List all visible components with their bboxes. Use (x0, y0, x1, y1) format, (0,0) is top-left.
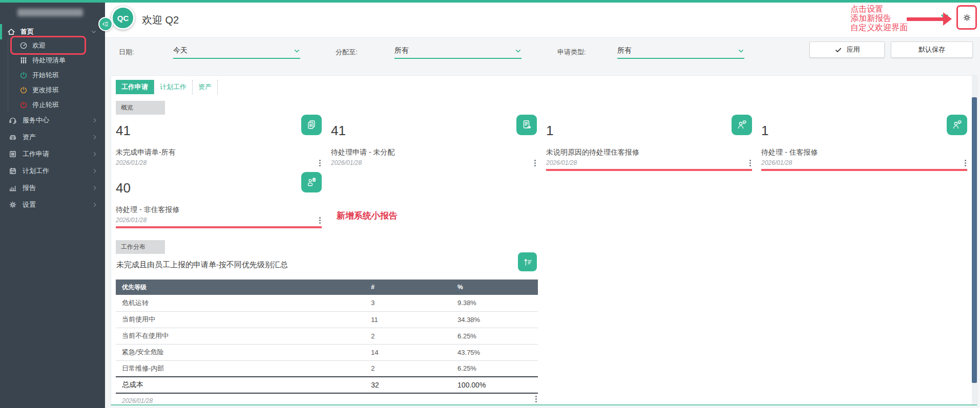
annotation-line: 自定义欢迎界面 (850, 23, 908, 32)
tab-bar: 工作申请计划工作资产 (116, 80, 218, 94)
filter-bar: 日期: 今天 分配至: 所有 申请类型: 所有 应用 默认保存 (105, 38, 980, 78)
sidebar-menu: 服务中心 资产 工作申请 计划工作 报告 设置 (0, 112, 105, 213)
save-default-label: 默认保存 (919, 45, 945, 54)
kpi-label: 待处理 - 住客报修 (761, 147, 967, 157)
sidebar-item-label: 服务中心 (23, 116, 49, 125)
chevron-right-icon (92, 185, 98, 191)
header: QC 欢迎 Q2 点击设置 添加新报告 自定义欢迎界面 (105, 3, 980, 38)
collapse-menu-icon (102, 20, 109, 28)
sidebar-item-label: 计划工作 (23, 166, 49, 176)
tab-2[interactable]: 资产 (193, 80, 218, 94)
table-date: 2026/01/28 (122, 397, 153, 404)
sort-button[interactable] (518, 252, 537, 271)
kpi-date: 2026/01/28 (331, 159, 362, 166)
home-submenu: 欢迎 待处理清单 开始轮班 更改排班 停止轮班 (8, 38, 105, 112)
col-percent: % (451, 280, 538, 295)
kpi-label: 未完成申请单-所有 (116, 147, 322, 157)
check-icon (835, 46, 842, 54)
apply-button[interactable]: 应用 (809, 41, 885, 58)
tab-0[interactable]: 工作申请 (116, 80, 154, 94)
dashboard-panel: 工作申请计划工作资产 概览 41 未完成申请单-所有 2026/01/28 41… (111, 75, 977, 405)
assigned-filter-value: 所有 (394, 46, 409, 55)
kpi-cards: 41 未完成申请单-所有 2026/01/28 41 待处理申请 - 未分配 2… (116, 115, 976, 228)
avatar[interactable]: QC (111, 6, 135, 30)
save-default-button[interactable]: 默认保存 (891, 41, 973, 58)
table-menu-dots[interactable] (535, 398, 537, 400)
chevron-right-icon (92, 134, 98, 140)
settings-gear-icon[interactable] (963, 13, 971, 22)
card-menu-dots[interactable] (965, 162, 966, 164)
sidebar-subitem-1[interactable]: 待处理清单 (8, 53, 105, 68)
sort-icon (523, 257, 533, 267)
table-header-row: 优先等级 # % (116, 280, 538, 295)
sidebar-subitem-label: 待处理清单 (32, 56, 66, 65)
sidebar-subitem-label: 停止轮班 (32, 100, 59, 110)
date-filter-select[interactable]: 今天 (173, 44, 300, 59)
apply-button-label: 应用 (847, 45, 860, 54)
tab-1[interactable]: 计划工作 (154, 80, 193, 94)
kpi-card-3[interactable]: 1 待处理 - 住客报修 2026/01/28 (761, 115, 967, 171)
chevron-right-icon (92, 117, 98, 123)
table-row: 总成本 32 100.00% (116, 377, 538, 393)
chevron-right-icon (92, 202, 98, 208)
home-icon (7, 28, 15, 36)
sidebar-item-4[interactable]: 报告 (0, 179, 105, 196)
annotation-line: 添加新报告 (850, 14, 908, 23)
sidebar-item-home[interactable]: 首页 (0, 24, 105, 39)
card-menu-dots[interactable] (319, 220, 321, 221)
col-count: # (365, 280, 451, 295)
kpi-date: 2026/01/28 (116, 159, 147, 166)
kpi-label: 未说明原因的待处理住客报修 (546, 147, 752, 157)
kpi-card-4[interactable]: 40 待处理 - 非住客报修 2026/01/28 (116, 172, 322, 228)
kpi-value: 40 (116, 180, 131, 200)
card-menu-dots[interactable] (534, 162, 536, 164)
work-request-icon (9, 150, 17, 158)
sidebar-item-1[interactable]: 资产 (0, 128, 105, 145)
kpi-value: 41 (116, 123, 131, 142)
sidebar-item-0[interactable]: 服务中心 (0, 112, 105, 128)
sidebar-item-5[interactable]: 设置 (0, 196, 105, 213)
sidebar-subitem-0[interactable]: 欢迎 (8, 38, 105, 53)
chevron-down-icon (515, 48, 522, 54)
kpi-date: 2026/01/28 (761, 159, 792, 166)
assets-icon (9, 133, 17, 141)
kpi-card-0[interactable]: 41 未完成申请单-所有 2026/01/28 (116, 115, 322, 171)
sidebar-item-2[interactable]: 工作申请 (0, 145, 105, 162)
sidebar-item-label: 工作申请 (23, 149, 49, 159)
sidebar-item-3[interactable]: 计划工作 (0, 162, 105, 179)
table-row: 紧急/安全危险 14 43.75% (116, 344, 538, 360)
card-menu-dots[interactable] (319, 162, 321, 164)
assigned-filter-label: 分配至: (336, 48, 358, 57)
kpi-card-1[interactable]: 41 待处理申请 - 未分配 2026/01/28 (331, 115, 537, 171)
annotation-settings-note: 点击设置 添加新报告 自定义欢迎界面 (850, 5, 908, 32)
card-menu-dots[interactable] (749, 162, 751, 164)
annotation-arrow-head (943, 12, 952, 26)
pending-list-icon (19, 56, 28, 65)
chevron-down-icon (738, 48, 744, 54)
type-filter-select[interactable]: 所有 (617, 44, 744, 59)
scrollbar-thumb[interactable] (972, 97, 977, 383)
staff-clipboard-icon (301, 172, 322, 192)
table-row: 当前不在使用中 2 6.25% (116, 328, 538, 344)
settings-icon (9, 201, 17, 209)
chevron-down-icon (294, 48, 300, 54)
sidebar-home-label: 首页 (20, 27, 34, 36)
annotation-highlight-gear (956, 5, 977, 30)
annotation-new-report: 新增系统小报告 (337, 210, 398, 222)
gauge-icon (19, 41, 28, 50)
sidebar-subitem-4[interactable]: 停止轮班 (8, 97, 105, 112)
kpi-value: 41 (331, 123, 346, 142)
date-filter-label: 日期: (119, 48, 134, 57)
sidebar-collapse-button[interactable] (98, 17, 113, 31)
chevron-right-icon (92, 151, 98, 157)
kpi-card-2[interactable]: 1 未说明原因的待处理住客报修 2026/01/28 (546, 115, 752, 171)
pending-doc-icon (516, 115, 537, 135)
kpi-value: 1 (546, 123, 553, 142)
sidebar-subitem-label: 更改排班 (32, 85, 59, 95)
sidebar-item-label: 设置 (23, 200, 36, 209)
assigned-filter-select[interactable]: 所有 (394, 44, 522, 59)
sidebar-subitem-2[interactable]: 开始轮班 (8, 68, 105, 82)
main-area: QC 欢迎 Q2 点击设置 添加新报告 自定义欢迎界面 日期: 今天 分配至: … (105, 3, 980, 408)
scrollbar-track[interactable] (972, 76, 977, 404)
sidebar-subitem-3[interactable]: 更改排班 (8, 82, 105, 97)
